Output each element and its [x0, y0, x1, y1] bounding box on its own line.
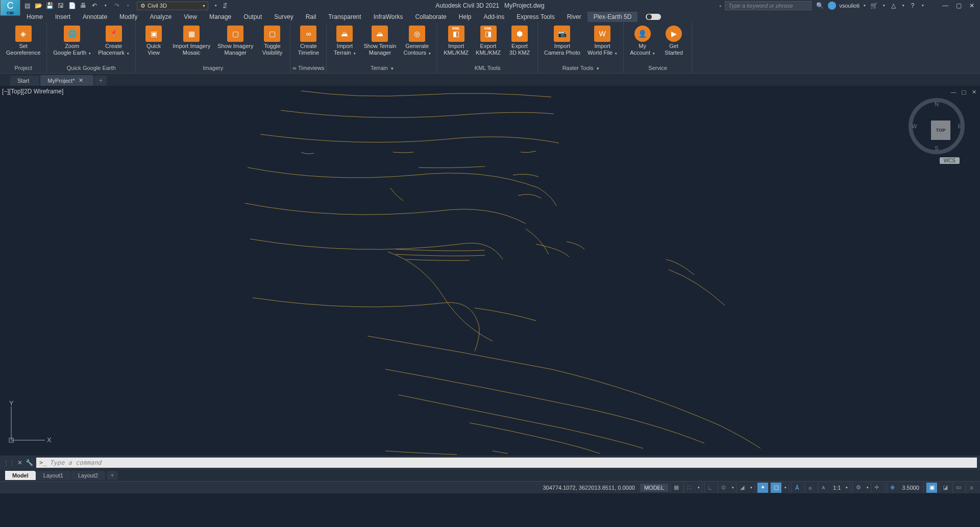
ribbon-btn-show-terrain-manager[interactable]: ⛰Show TerrainManager: [361, 25, 398, 57]
menu-manage[interactable]: Manage: [203, 12, 237, 22]
doc-tab-start[interactable]: Start: [10, 76, 39, 86]
cart-dd[interactable]: ▾: [883, 4, 885, 8]
ribbon-btn-toggle-visibility[interactable]: ▢ToggleVisibility: [258, 25, 286, 57]
cmd-drag-handle-icon[interactable]: ⋮⋮: [3, 459, 14, 466]
grid-icon[interactable]: ▦: [670, 483, 681, 493]
ribbon-btn-generate-contours[interactable]: ◎GenerateContours ▾: [401, 25, 433, 57]
menu-transparent[interactable]: Transparent: [322, 12, 367, 22]
search-icon[interactable]: 🔍: [815, 1, 825, 10]
anno-icon[interactable]: Å: [791, 483, 802, 493]
command-input[interactable]: >_ Type a command: [36, 458, 977, 468]
menu-annotate[interactable]: Annotate: [77, 12, 113, 22]
compass-s[interactable]: S: [935, 145, 938, 151]
undo-dd-icon[interactable]: ▾: [101, 1, 110, 10]
ribbon-btn-set-georeference[interactable]: ◈SetGeoreference: [4, 25, 42, 57]
cmd-customize-icon[interactable]: 🔧: [26, 459, 33, 466]
polar-dd[interactable]: ▾: [732, 486, 734, 490]
menu-plex-earth-5d[interactable]: Plex-Earth 5D: [587, 12, 638, 22]
redo-dd-icon[interactable]: ▾: [124, 1, 133, 10]
workspace-dropdown[interactable]: ⚙ Civil 3D: [137, 2, 208, 10]
compass-e[interactable]: E: [958, 123, 962, 129]
isolate-icon[interactable]: ◪: [939, 483, 950, 493]
wcs-badge[interactable]: WCS: [940, 157, 960, 164]
gear-icon[interactable]: ⚙: [852, 483, 864, 493]
menu-river[interactable]: River: [561, 12, 587, 22]
ribbon-btn-export-3d-kmz[interactable]: ⬢Export3D KMZ: [506, 25, 533, 57]
menu-analyze[interactable]: Analyze: [143, 12, 178, 22]
tab-add-button[interactable]: +: [94, 76, 107, 86]
snap-icon[interactable]: ⸬: [683, 483, 695, 493]
osnap2d-icon[interactable]: ▢: [770, 483, 781, 493]
menu-collaborate[interactable]: Collaborate: [409, 12, 452, 22]
open-icon[interactable]: 📂: [34, 1, 43, 10]
restore-button[interactable]: ▢: [953, 1, 964, 10]
polar-icon[interactable]: ⊙: [718, 483, 729, 493]
model-space-toggle[interactable]: MODEL: [640, 484, 668, 492]
ribbon-btn-show-imagery-manager[interactable]: ▢Show ImageryManager: [215, 25, 255, 57]
viewcube[interactable]: N S E W TOP: [909, 98, 965, 154]
layout-tab-model[interactable]: Model: [5, 471, 36, 480]
ribbon-btn-import-terrain[interactable]: ⛰ImportTerrain ▾: [331, 25, 358, 57]
save-icon[interactable]: 💾: [45, 1, 54, 10]
viewcube-top-face[interactable]: TOP: [931, 121, 950, 140]
snap-dd[interactable]: ▾: [698, 486, 700, 490]
menu-home[interactable]: Home: [20, 12, 49, 22]
ribbon-btn-export-kml-kmz[interactable]: ◨ExportKML/KMZ: [474, 25, 503, 57]
anno-scale-value[interactable]: 3.5000: [900, 485, 921, 491]
osnap-dd[interactable]: ▾: [785, 486, 787, 490]
layout-tab-layout1[interactable]: Layout1: [36, 471, 70, 480]
hw-accel-icon[interactable]: ▣: [926, 483, 937, 493]
user-avatar-icon[interactable]: [828, 2, 836, 10]
menu-infraworks[interactable]: InfraWorks: [368, 12, 409, 22]
saveas-icon[interactable]: 🖫: [56, 1, 65, 10]
ortho-icon[interactable]: ∟: [704, 483, 716, 493]
autodesk-icon[interactable]: △: [888, 1, 898, 10]
anno-vis-icon[interactable]: ⍟: [804, 483, 816, 493]
doc-tab-myproject-[interactable]: MyProject*✕: [40, 75, 93, 86]
tab-close-icon[interactable]: ✕: [79, 77, 83, 84]
scale-dd[interactable]: ▾: [846, 486, 848, 490]
ribbon-toggle-switch[interactable]: [646, 14, 661, 20]
qat-extra-dd[interactable]: ▾: [211, 1, 220, 10]
clean-screen-icon[interactable]: ▭: [952, 483, 964, 493]
cmd-close-icon[interactable]: ✕: [17, 459, 22, 466]
plot-icon[interactable]: 📄: [67, 1, 77, 10]
menu-help[interactable]: Help: [453, 12, 478, 22]
anno-auto-icon[interactable]: ᴀ: [818, 483, 829, 493]
undo-icon[interactable]: ↶: [90, 1, 99, 10]
ribbon-btn-import-kml-kmz[interactable]: ◧ImportKML/KMZ: [442, 25, 471, 57]
layout-tab-layout2[interactable]: Layout2: [71, 471, 105, 480]
gear-dd[interactable]: ▾: [867, 486, 869, 490]
autodesk-dd[interactable]: ▾: [902, 4, 904, 8]
coords-readout[interactable]: 304774.1072, 3622013.8511, 0.0000: [543, 485, 634, 491]
help-dd[interactable]: ▾: [922, 4, 924, 8]
menu-modify[interactable]: Modify: [113, 12, 143, 22]
isodraft-icon[interactable]: ◢: [736, 483, 747, 493]
isodraft-dd[interactable]: ▾: [750, 486, 752, 490]
compass-n[interactable]: N: [935, 101, 939, 107]
redo-icon[interactable]: ↷: [112, 1, 121, 10]
globe-icon[interactable]: ⊕: [887, 483, 898, 493]
crosshair-icon[interactable]: ✛: [871, 483, 882, 493]
compass-w[interactable]: W: [912, 123, 917, 129]
customize-icon[interactable]: ≡: [966, 483, 977, 493]
print-icon[interactable]: 🖶: [79, 1, 88, 10]
ribbon-btn-zoom-google-earth[interactable]: 🌐ZoomGoogle Earth ▾: [51, 25, 93, 57]
ribbon-btn-quick-view[interactable]: ▣QuickView: [140, 25, 167, 57]
help-icon[interactable]: ?: [908, 1, 918, 10]
ribbon-btn-my-account[interactable]: 👤MyAccount ▾: [628, 25, 657, 57]
viewport[interactable]: [−][Top][2D Wireframe] — ▢ ✕: [0, 86, 980, 456]
menu-view[interactable]: View: [178, 12, 203, 22]
menu-rail[interactable]: Rail: [300, 12, 323, 22]
app-icon[interactable]: CC3D: [0, 0, 20, 16]
cart-icon[interactable]: 🛒: [869, 1, 879, 10]
ribbon-btn-get-started[interactable]: ▶GetStarted: [660, 25, 688, 57]
menu-survey[interactable]: Survey: [268, 12, 299, 22]
ribbon-btn-import-imagery-mosaic[interactable]: ▦Import ImageryMosaic: [170, 25, 212, 57]
ribbon-btn-import-world-file[interactable]: WImportWorld File ▾: [585, 25, 619, 57]
layout-add-button[interactable]: +: [107, 471, 118, 480]
menu-insert[interactable]: Insert: [49, 12, 77, 22]
ribbon-btn-import-camera-photo[interactable]: 📷ImportCamera Photo: [542, 25, 582, 57]
close-button[interactable]: ✕: [967, 1, 977, 10]
ribbon-btn-create-timeline[interactable]: ∞CreateTimeline: [295, 25, 322, 57]
